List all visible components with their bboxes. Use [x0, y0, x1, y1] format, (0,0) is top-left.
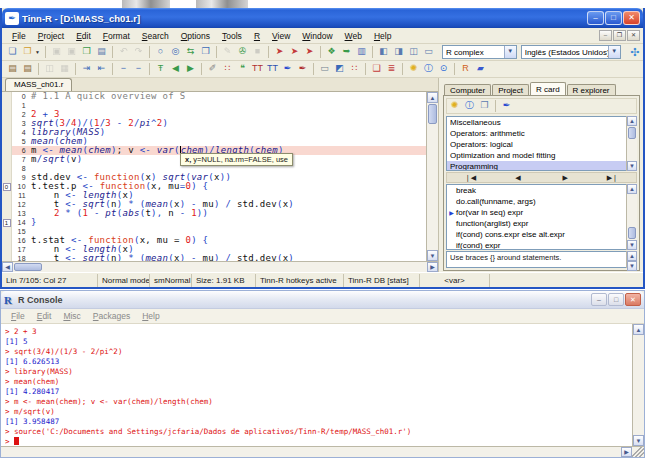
menu-project[interactable]: Project: [32, 30, 70, 42]
menu-options[interactable]: Options: [175, 30, 216, 42]
maximize-button[interactable]: □: [605, 11, 622, 25]
pen-red-icon[interactable]: ✒: [295, 62, 310, 76]
r-console-icon[interactable]: ▥: [354, 45, 369, 59]
console-menu-edit[interactable]: Edit: [31, 310, 58, 322]
mdi-restore-button[interactable]: ❐: [613, 30, 626, 41]
nav-last-button[interactable]: ▶❘: [589, 173, 636, 182]
syntax-combo[interactable]: R complex ▼: [442, 45, 517, 59]
scroll-up-icon[interactable]: ▲: [627, 184, 637, 194]
attach-icon[interactable]: ✐: [205, 62, 220, 76]
lowercase-icon[interactable]: TT: [265, 62, 280, 76]
code-editor[interactable]: 0# 1.1 A quick overview of S122 + 33sqrt…: [2, 92, 438, 261]
tab-project[interactable]: Project: [492, 84, 529, 95]
r-send-icon[interactable]: ➥: [339, 45, 354, 59]
scroll-down-icon[interactable]: ▼: [633, 435, 644, 446]
find-icon[interactable]: ○: [153, 45, 168, 59]
about-icon[interactable]: ⊙: [436, 62, 451, 76]
tip-icon[interactable]: ✺: [406, 62, 421, 76]
menu-window[interactable]: Window: [296, 30, 338, 42]
menu-edit[interactable]: Edit: [70, 30, 97, 42]
category-item[interactable]: Operators: arithmetic: [447, 128, 626, 139]
rcard-pen-icon[interactable]: ✒: [499, 99, 514, 113]
code-line[interactable]: 114}: [2, 218, 426, 227]
nav-first-button[interactable]: ❘◀: [447, 173, 494, 182]
open-file-icon[interactable]: ❐: [20, 45, 35, 59]
rcard-copy-icon[interactable]: ❐: [477, 99, 492, 113]
language-combo[interactable]: Inglês (Estados Unidos) ▼: [521, 45, 621, 59]
unindent-icon[interactable]: ⇤: [94, 62, 109, 76]
select-chart-icon[interactable]: ◩: [332, 62, 347, 76]
select-rect-icon[interactable]: ▭: [317, 62, 332, 76]
fold-collapse-icon[interactable]: −: [116, 62, 131, 76]
code-line[interactable]: 22 + 3: [2, 110, 426, 119]
fold-marker[interactable]: 1: [3, 219, 11, 227]
nav-prev-button[interactable]: ◀: [494, 173, 541, 182]
rcard-info-icon[interactable]: ⓘ: [462, 99, 477, 113]
scroll-up-icon[interactable]: ▲: [627, 116, 637, 126]
chevron-down-icon[interactable]: ▼: [504, 46, 516, 58]
scroll-down-icon[interactable]: ▼: [627, 240, 637, 250]
rcard-item[interactable]: ▶for(var in seq) expr: [447, 207, 626, 218]
tab-r-explorer[interactable]: R explorer: [567, 84, 616, 95]
syntax-colors-icon[interactable]: ∷: [220, 62, 235, 76]
code-line[interactable]: 13 2 * (1 - pt(abs(t), n - 1)): [2, 209, 426, 218]
close-button[interactable]: ✕: [623, 11, 640, 25]
rcard-item[interactable]: function(arglist) expr: [447, 218, 626, 229]
scroll-up-icon[interactable]: ▲: [427, 92, 438, 103]
bookmark-prev-icon[interactable]: ◀: [168, 62, 183, 76]
code-line[interactable]: 12 t <- sqrt(n) * (mean(x) - mu) / std.d…: [2, 200, 426, 209]
scroll-right-icon[interactable]: ▶: [427, 262, 438, 272]
description-scrollbar[interactable]: ▲ ▼: [626, 251, 637, 268]
code-line[interactable]: 5mean(chem): [2, 137, 426, 146]
fold-marker[interactable]: 0: [3, 183, 11, 191]
code-line[interactable]: 15: [2, 227, 426, 236]
code-line[interactable]: 9std.dev <- function(x) sqrt(var(x)): [2, 173, 426, 182]
find-in-files-icon[interactable]: ◎: [168, 45, 183, 59]
console-content[interactable]: > 2 + 3[1] 5> sqrt(3/4)/(1/3 - 2/pi^2)[1…: [1, 324, 644, 446]
print-icon[interactable]: ▤: [94, 45, 109, 59]
scroll-left-icon[interactable]: ◀: [2, 262, 13, 272]
rcard-item[interactable]: break: [447, 185, 626, 196]
code-line[interactable]: 3sqrt(3/4)/(1/3 - 2/pi^2): [2, 119, 426, 128]
dropdown-caret-icon[interactable]: ▼: [35, 49, 42, 55]
menu-web[interactable]: Web: [339, 30, 368, 42]
rcard-item[interactable]: if(cond) cons.expr else alt.expr: [447, 229, 626, 240]
resize-grip[interactable]: [632, 447, 644, 457]
mdi-close-button[interactable]: ✕: [627, 30, 640, 41]
console-horizontal-scrollbar[interactable]: ▶: [1, 446, 644, 457]
code-line[interactable]: 16t.stat <- function(x, mu = 0) {: [2, 236, 426, 245]
console-menu-file[interactable]: File: [5, 310, 31, 322]
pen-blue-icon[interactable]: ✒: [280, 62, 295, 76]
bubble-icon[interactable]: ❑: [369, 62, 384, 76]
send-selection-icon[interactable]: ➤: [287, 45, 302, 59]
goto-line-icon[interactable]: ❒: [198, 45, 213, 59]
nav-next-button[interactable]: ▶: [542, 173, 589, 182]
chevron-down-icon[interactable]: ▼: [608, 46, 620, 58]
console-close-button[interactable]: ✕: [625, 293, 641, 306]
code-line[interactable]: 1: [2, 101, 426, 110]
scroll-down-icon[interactable]: ▼: [627, 161, 637, 171]
editor-vertical-scrollbar[interactable]: ▲ ▼: [426, 92, 438, 261]
menu-help[interactable]: Help: [368, 30, 397, 42]
editor-horizontal-scrollbar[interactable]: ◀ ▶: [2, 261, 438, 272]
dots-icon[interactable]: ∷: [347, 62, 362, 76]
category-item[interactable]: Programming: [447, 161, 626, 171]
card-file2-icon[interactable]: ▤: [20, 62, 35, 76]
category-list-scrollbar[interactable]: ▲ ▼: [626, 116, 637, 171]
send-file-icon[interactable]: ➤: [302, 45, 317, 59]
uppercase-icon[interactable]: TT: [250, 62, 265, 76]
code-line[interactable]: 11 n <- length(x): [2, 191, 426, 200]
code-line[interactable]: 18 t <- sqrt(n) * (mean(x) - mu) / std.d…: [2, 254, 426, 261]
console-title-bar[interactable]: R R Console – □ ✕: [1, 291, 644, 309]
view-io-icon[interactable]: ◨: [391, 45, 406, 59]
r-config-icon[interactable]: R: [458, 62, 473, 76]
scroll-down-icon[interactable]: ▼: [427, 250, 438, 261]
scrollbar-thumb[interactable]: [14, 263, 42, 271]
minimize-button[interactable]: –: [587, 11, 604, 25]
card-file1-icon[interactable]: ▤: [5, 62, 20, 76]
view-single-icon[interactable]: ▭: [421, 45, 436, 59]
mdi-minimize-button[interactable]: –: [599, 30, 612, 41]
eraser-icon[interactable]: ▰: [473, 62, 488, 76]
view-editor-icon[interactable]: ◧: [376, 45, 391, 59]
view-split-icon[interactable]: ◫: [406, 45, 421, 59]
